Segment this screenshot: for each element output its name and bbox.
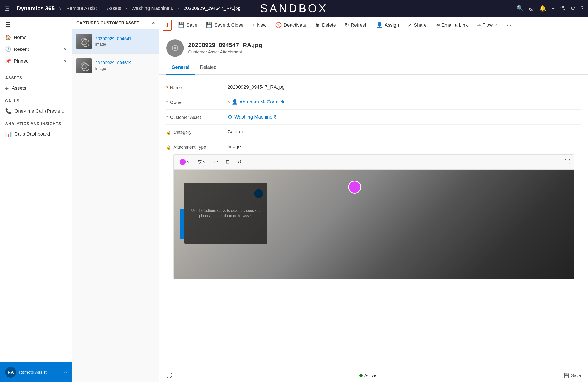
field-attachment-type: 🔒 Attachment Type Image bbox=[166, 140, 581, 154]
field-attachment-value: Image bbox=[228, 144, 581, 149]
breadcrumb-assets[interactable]: Assets bbox=[107, 5, 121, 11]
color-dot bbox=[180, 159, 186, 165]
color-picker-button[interactable]: ∨ bbox=[177, 157, 193, 167]
assign-icon: 👤 bbox=[376, 22, 383, 28]
record-title: 20200929_094547_RA.jpg bbox=[188, 42, 262, 49]
status-badge: Active bbox=[359, 373, 376, 378]
more-icon: ⋯ bbox=[506, 22, 511, 28]
crop-button[interactable]: ⊡ bbox=[223, 157, 232, 167]
refresh-button[interactable]: ↻ Refresh bbox=[341, 20, 372, 30]
save-close-button[interactable]: 💾 Save & Close bbox=[202, 20, 247, 30]
rotate-button[interactable]: ↺ bbox=[235, 157, 244, 167]
owner-name[interactable]: Abraham McCormick bbox=[239, 99, 284, 105]
sidebar-item-pinned[interactable]: 📌 Pinned ∨ bbox=[5, 55, 66, 67]
field-name-value: 20200929_094547_RA.jpg bbox=[228, 84, 581, 90]
field-owner-label: * Owner bbox=[166, 99, 228, 105]
flow-button[interactable]: ↬ Flow ∨ bbox=[473, 20, 501, 30]
field-asset-label: * Customer Asset bbox=[166, 114, 228, 120]
search-icon[interactable]: 🔍 bbox=[517, 5, 524, 12]
filter-chevron: ∨ bbox=[203, 159, 206, 165]
recent-chevron: ∨ bbox=[64, 47, 66, 52]
main-layout: ☰ 🏠 Home 🕐 Recent ∨ 📌 Pinned ∨ Assets ◈ … bbox=[0, 17, 588, 382]
breadcrumb-washing-machine[interactable]: Washing Machine 6 bbox=[131, 5, 173, 11]
tab-general[interactable]: General bbox=[166, 61, 195, 75]
grid-icon[interactable]: ⊞ bbox=[4, 5, 10, 12]
top-nav-bar: ⊞ Dynamics 365 ∨ Remote Assist › Assets … bbox=[0, 0, 588, 17]
filter-icon[interactable]: ⚗ bbox=[560, 5, 565, 12]
sidebar-item-recent[interactable]: 🕐 Recent ∨ bbox=[5, 43, 66, 55]
panel-item-type-2: Image bbox=[95, 66, 155, 71]
app-chevron[interactable]: ∨ bbox=[59, 6, 62, 11]
filter-tool-button[interactable]: ▽ ∨ bbox=[195, 157, 209, 167]
field-owner-value[interactable]: ○ 👤 Abraham McCormick bbox=[228, 99, 284, 105]
record-subtitle: Customer Asset Attachment bbox=[188, 50, 262, 55]
info-icon: ℹ bbox=[166, 22, 168, 28]
new-icon: + bbox=[252, 22, 255, 28]
hamburger-menu[interactable]: ☰ bbox=[5, 21, 66, 28]
save-close-label: Save & Close bbox=[214, 22, 243, 28]
info-button[interactable]: ℹ bbox=[163, 20, 171, 31]
breadcrumb-remote-assist[interactable]: Remote Assist bbox=[66, 5, 97, 11]
analytics-section-title: Analytics and Insights bbox=[0, 117, 72, 128]
recent-icon: 🕐 bbox=[5, 46, 11, 52]
sidebar-item-calls-dashboard[interactable]: 📊 Calls Dashboard bbox=[0, 128, 72, 140]
breadcrumb-current: 20200929_094547_RA.jpg bbox=[184, 5, 241, 11]
email-icon: ✉ bbox=[435, 22, 440, 28]
assign-button[interactable]: 👤 Assign bbox=[372, 20, 403, 30]
owner-person-icon: 👤 bbox=[232, 99, 238, 105]
delete-label: Delete bbox=[322, 22, 336, 28]
left-sidebar: ☰ 🏠 Home 🕐 Recent ∨ 📌 Pinned ∨ Assets ◈ … bbox=[0, 17, 72, 382]
calls-section-title: Calls bbox=[0, 94, 72, 105]
gear-icon[interactable]: ⚙ bbox=[570, 5, 575, 12]
delete-icon: 🗑 bbox=[315, 22, 320, 28]
sidebar-item-assets[interactable]: ◈ Assets bbox=[0, 82, 72, 94]
panel-close-button[interactable]: × bbox=[152, 20, 155, 26]
undo-button[interactable]: ↩ bbox=[211, 157, 220, 167]
panel-item-1[interactable]: 20200929_094547_... Image bbox=[72, 29, 159, 54]
sidebar-pinned-label: Pinned bbox=[14, 58, 29, 64]
user-chevron: ◇ bbox=[64, 370, 66, 374]
sidebar-call-label: One-time Call (Previe... bbox=[14, 108, 64, 114]
home-icon: 🏠 bbox=[5, 35, 11, 40]
command-bar: ℹ 💾 Save 💾 Save & Close + New 🚫 Deactiva… bbox=[159, 17, 588, 34]
flow-label: Flow bbox=[483, 22, 493, 28]
share-button[interactable]: ↗ Share bbox=[404, 20, 431, 30]
expand-button[interactable]: ⛶ bbox=[565, 159, 570, 166]
user-avatar: RA bbox=[5, 367, 16, 378]
deactivate-button[interactable]: 🚫 Deactivate bbox=[271, 20, 310, 30]
sidebar-top: ☰ 🏠 Home 🕐 Recent ∨ 📌 Pinned ∨ bbox=[0, 17, 72, 71]
status-expand-button[interactable]: ⛶ bbox=[166, 372, 172, 379]
status-save-label: Save bbox=[571, 373, 581, 378]
more-button[interactable]: ⋯ bbox=[503, 20, 515, 30]
overlay-panel: Use the buttons above to capture videos … bbox=[185, 183, 267, 244]
field-asset-value[interactable]: Washing Machine 6 bbox=[234, 114, 276, 120]
user-name: Remote Assist bbox=[19, 370, 47, 375]
pinned-icon: 📌 bbox=[5, 58, 11, 64]
sidebar-item-home[interactable]: 🏠 Home bbox=[5, 32, 66, 43]
delete-button[interactable]: 🗑 Delete bbox=[311, 20, 340, 30]
sidebar-assets-label: Assets bbox=[12, 85, 26, 91]
share-label: Share bbox=[414, 22, 427, 28]
bell-icon[interactable]: 🔔 bbox=[539, 5, 546, 12]
panel-item-name-1: 20200929_094547_... bbox=[95, 36, 155, 41]
assign-label: Assign bbox=[385, 22, 399, 28]
save-button[interactable]: 💾 Save bbox=[174, 20, 201, 30]
plus-icon[interactable]: + bbox=[551, 5, 555, 12]
panel-list: CAPTURED CUSTOMER ASSET ... × 20200929_0… bbox=[72, 17, 159, 382]
help-icon[interactable]: ? bbox=[581, 5, 584, 12]
target-icon[interactable]: ◎ bbox=[529, 5, 534, 12]
new-button[interactable]: + New bbox=[248, 20, 271, 30]
panel-item-2[interactable]: 20200929_094609_... Image bbox=[72, 54, 159, 78]
email-link-button[interactable]: ✉ Email a Link bbox=[432, 20, 472, 30]
status-save-button[interactable]: 💾 Save bbox=[564, 373, 581, 378]
svg-point-0 bbox=[81, 38, 87, 44]
svg-point-3 bbox=[83, 64, 85, 67]
sidebar-item-one-time-call[interactable]: 📞 One-time Call (Previe... bbox=[0, 105, 72, 117]
field-attachment-label: 🔒 Attachment Type bbox=[166, 144, 228, 150]
tab-related[interactable]: Related bbox=[195, 61, 222, 75]
field-owner: * Owner ○ 👤 Abraham McCormick bbox=[166, 95, 581, 109]
panel-item-type-1: Image bbox=[95, 42, 155, 47]
save-icon: 💾 bbox=[178, 22, 185, 28]
rotate-icon: ↺ bbox=[237, 159, 241, 165]
main-content: ℹ 💾 Save 💾 Save & Close + New 🚫 Deactiva… bbox=[159, 17, 588, 382]
